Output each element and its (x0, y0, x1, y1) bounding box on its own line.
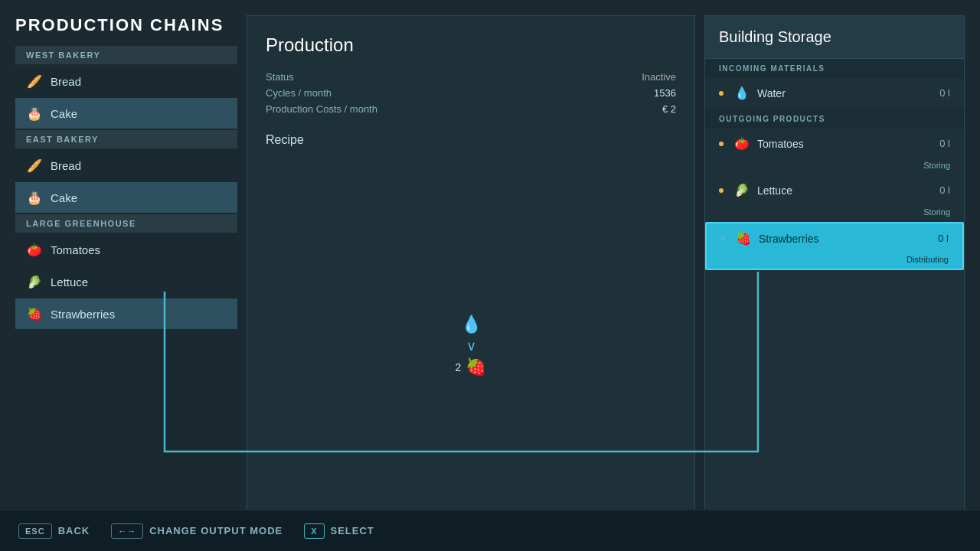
cycles-value: 1536 (654, 87, 676, 99)
storage-item-tomatoes[interactable]: 🍅 Tomatoes 0 l (705, 129, 964, 159)
lettuce-label: Lettuce (757, 184, 792, 197)
sidebar-item-label: Lettuce (51, 276, 88, 289)
storage-item-lettuce[interactable]: 🥬 Lettuce 0 l (705, 175, 964, 206)
tomatoes-value: 0 l (939, 138, 950, 149)
select-button[interactable]: X SELECT (304, 523, 374, 539)
section-header-west-bakery: WEST BAKERY (15, 46, 237, 64)
water-recipe-icon: 💧 (461, 315, 482, 334)
sidebar-item-east-bread[interactable]: 🥖 Bread (15, 150, 237, 181)
sidebar-item-strawberries[interactable]: 🍓 Strawberries (15, 298, 237, 329)
storage-item-lettuce-wrapper: 🥬 Lettuce 0 l Storing (705, 175, 964, 222)
storage-item-water-wrapper: 💧 Water 0 l (705, 78, 964, 109)
sidebar-item-west-bread[interactable]: 🥖 Bread (15, 66, 237, 96)
lettuce-status: Storing (705, 206, 964, 221)
tomato-icon: 🍅 (734, 136, 750, 151)
change-key: ←→ (111, 523, 143, 539)
sidebar-item-label: Tomatoes (51, 243, 100, 256)
building-storage-header: Building Storage (705, 16, 964, 59)
strawberries-label: Strawberries (759, 233, 819, 245)
sidebar-item-label: Bread (51, 159, 81, 172)
costs-value: € 2 (662, 103, 676, 115)
back-label: BACK (58, 525, 90, 536)
storage-item-left: 💧 Water (719, 86, 786, 100)
stat-row-cycles: Cycles / month 1536 (266, 87, 676, 99)
recipe-arrow: ∨ (466, 337, 476, 354)
storage-item-tomatoes-wrapper: 🍅 Tomatoes 0 l Storing (705, 129, 964, 175)
main-container: PRODUCTION CHAINS WEST BAKERY 🥖 Bread 🎂 … (0, 0, 980, 551)
stat-row-status: Status Inactive (266, 71, 676, 83)
strawberry-icon: 🍓 (26, 305, 43, 322)
bread-icon: 🥖 (26, 73, 43, 90)
storage-item-left: 🥬 Lettuce (719, 183, 792, 197)
water-icon: 💧 (734, 86, 750, 100)
tomatoes-status: Storing (705, 159, 964, 174)
left-panel: PRODUCTION CHAINS WEST BAKERY 🥖 Bread 🎂 … (15, 15, 237, 536)
lettuce-value: 0 l (939, 184, 950, 196)
sidebar-item-label: Cake (51, 107, 77, 120)
section-header-large-greenhouse: LARGE GREENHOUSE (15, 214, 237, 233)
status-label: Status (266, 71, 294, 83)
sidebar-item-tomatoes[interactable]: 🍅 Tomatoes (15, 234, 237, 265)
change-label: CHANGE OUTPUT MODE (149, 525, 283, 536)
status-value: Inactive (642, 71, 676, 83)
storage-item-strawberries[interactable]: 🍓 Strawberries 0 l (707, 223, 962, 253)
water-value: 0 l (939, 87, 950, 99)
recipe-area: 💧 ∨ 2 🍓 (266, 159, 676, 517)
select-label: SELECT (331, 525, 374, 536)
storage-item-strawberries-wrapper: 🍓 Strawberries 0 l Distributing (705, 222, 964, 270)
strawberry-icon: 🍓 (736, 231, 751, 246)
strawberries-value: 0 l (938, 233, 949, 244)
lettuce-icon: 🥬 (26, 273, 43, 290)
recipe-title: Recipe (266, 133, 676, 147)
cake-icon: 🎂 (26, 105, 43, 122)
stat-row-costs: Production Costs / month € 2 (266, 103, 676, 115)
lettuce-icon: 🥬 (734, 183, 750, 197)
outgoing-products-header: OUTGOING PRODUCTS (705, 109, 964, 129)
esc-key: ESC (18, 523, 52, 539)
section-header-east-bakery: EAST BAKERY (15, 130, 237, 148)
cycles-label: Cycles / month (266, 87, 332, 99)
cake-icon: 🎂 (26, 189, 43, 206)
sidebar-item-lettuce[interactable]: 🥬 Lettuce (15, 266, 237, 297)
dot-yellow-icon (719, 188, 724, 193)
sidebar-item-label: Cake (51, 191, 77, 204)
storage-item-left: 🍓 Strawberries (720, 231, 819, 246)
dot-yellow-icon (719, 91, 724, 96)
sidebar-item-label: Strawberries (51, 308, 115, 321)
right-panel: Building Storage INCOMING MATERIALS 💧 Wa… (704, 15, 965, 536)
strawberries-status: Distributing (707, 253, 962, 269)
dot-yellow-icon (719, 142, 724, 146)
tomato-icon: 🍅 (26, 241, 43, 258)
sidebar-item-east-cake[interactable]: 🎂 Cake (15, 182, 237, 213)
water-label: Water (757, 87, 786, 99)
storage-item-water[interactable]: 💧 Water 0 l (705, 78, 964, 109)
left-list: WEST BAKERY 🥖 Bread 🎂 Cake EAST BAKERY 🥖… (15, 46, 237, 331)
production-stats: Status Inactive Cycles / month 1536 Prod… (266, 71, 676, 115)
production-title: Production (266, 34, 676, 56)
costs-label: Production Costs / month (266, 103, 377, 115)
tomatoes-label: Tomatoes (757, 138, 804, 150)
select-key: X (304, 523, 324, 539)
sidebar-item-west-cake[interactable]: 🎂 Cake (15, 98, 237, 129)
recipe-count: 2 (456, 361, 462, 373)
strawberry-recipe-icon: 🍓 (466, 357, 486, 377)
recipe-count-row: 2 🍓 (456, 357, 487, 377)
incoming-materials-header: INCOMING MATERIALS (705, 59, 964, 78)
dot-blue-icon (720, 236, 725, 241)
bottom-bar: ESC BACK ←→ CHANGE OUTPUT MODE X SELECT (0, 510, 980, 551)
page-title: PRODUCTION CHAINS (15, 15, 237, 35)
change-output-mode-button[interactable]: ←→ CHANGE OUTPUT MODE (111, 523, 283, 539)
sidebar-item-label: Bread (51, 75, 81, 88)
middle-panel: Production Status Inactive Cycles / mont… (247, 15, 695, 536)
storage-item-left: 🍅 Tomatoes (719, 136, 804, 151)
bread-icon: 🥖 (26, 157, 43, 174)
back-button[interactable]: ESC BACK (18, 523, 90, 539)
